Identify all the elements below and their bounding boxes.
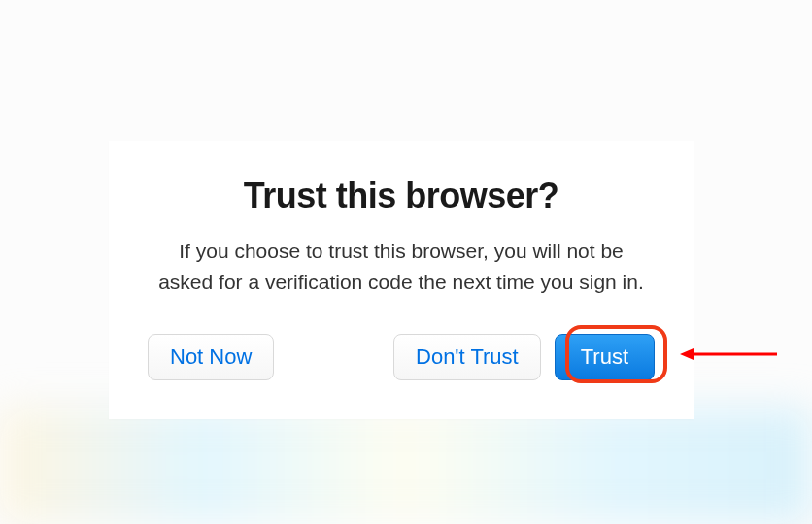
- dialog-message: If you choose to trust this browser, you…: [148, 236, 655, 297]
- annotation-arrow-icon: [680, 347, 777, 361]
- dialog-button-row: Not Now Don't Trust Trust: [148, 334, 655, 380]
- trust-button[interactable]: Trust: [555, 334, 655, 380]
- background-gradient: [0, 408, 812, 524]
- dont-trust-button[interactable]: Don't Trust: [393, 334, 541, 380]
- right-button-group: Don't Trust Trust: [393, 334, 655, 380]
- trust-browser-dialog: Trust this browser? If you choose to tru…: [109, 141, 694, 419]
- not-now-button[interactable]: Not Now: [148, 334, 274, 380]
- dialog-title: Trust this browser?: [148, 176, 655, 216]
